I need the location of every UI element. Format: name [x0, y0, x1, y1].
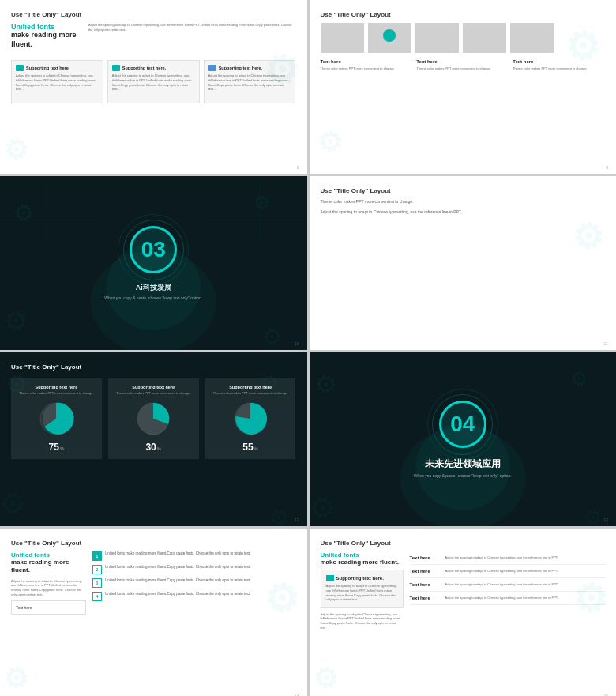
slide-2-img-1 [321, 23, 364, 53]
supp-icon [326, 575, 334, 581]
slide-4: ⚙ Use "Title Only" Layout Theme color ma… [310, 176, 617, 350]
text-row-4-label: Text here [410, 596, 441, 600]
slide-1-title-black: make reading more fluent. [11, 31, 82, 49]
card-3-body: Adjust the spacing to adapt to Chinese t… [208, 73, 291, 91]
svg-text:⚙: ⚙ [0, 483, 32, 524]
slide-2-img-4 [463, 23, 506, 53]
slide-1-card-2: Supporting text here. Adjust the spacing… [107, 60, 200, 103]
slide-8-left: Unified fonts make reading more fluent. … [321, 551, 404, 630]
card-1-title: Supporting text here. [26, 66, 69, 70]
slide-8-layout-label: Use "Title Only" Layout [321, 540, 606, 547]
text-row-1-body: Adjust the spacing to adapt to Chinese t… [445, 555, 558, 560]
slide-2-card-3: Text here Theme color makes PPT more con… [513, 59, 605, 71]
slide-2-page: 9 [606, 165, 608, 170]
svg-text:⚙: ⚙ [0, 302, 32, 339]
slide-1-layout-label: Use "Title Only" Layout [11, 11, 296, 18]
slide-2-img-3 [415, 23, 459, 53]
text-row-3: Text here Adjust the spacing to adapt to… [410, 578, 606, 592]
slide-8-title-rest: make reading more fluent. [321, 559, 404, 566]
slide-8-body: Unified fonts make reading more fluent. … [321, 551, 606, 630]
text-row-1-label: Text here [410, 555, 441, 560]
list-badge-3: 3 [92, 578, 102, 588]
slide-8: ⚙ ⚙ Use "Title Only" Layout Unified font… [310, 529, 617, 696]
slide-6-content: 04 未来先进领域应用 When you copy & paste, choos… [321, 363, 606, 515]
card-3-title: Supporting text here. [219, 66, 262, 70]
list-item-1: 1 Unified fonts make reading more fluent… [92, 551, 296, 561]
slide-5-page: 12 [295, 517, 299, 522]
slide-4-desc1: Theme color makes PPT more convenient to… [321, 199, 606, 205]
text-row-1: Text here Adjust the spacing to adapt to… [410, 551, 606, 565]
slide-4-layout-label: Use "Title Only" Layout [321, 187, 606, 194]
text-row-4: Text here Adjust the spacing to adapt to… [410, 592, 606, 605]
card-icon-3 [208, 65, 216, 71]
slide-6-circle: 04 [439, 401, 486, 448]
list-text-3: Unified fonts make reading more fluent.C… [105, 578, 251, 583]
slide-6: ⚙ ⚙ ⚙ ⚙ 04 未来先进领域应用 When you copy & past… [310, 352, 617, 526]
slide-4-desc2: Adjust the spacing to adapt to Chinese t… [321, 209, 606, 216]
slide-7-left: Unified fonts make reading more fluent. … [11, 551, 86, 615]
slide-1-page: 9 [297, 165, 299, 170]
slide-3-number: 03 [141, 237, 166, 262]
slide-1-title-teal: Unified fonts [11, 23, 82, 31]
text-row-2: Text here Adjust the spacing to adapt to… [410, 565, 606, 578]
slide-7-text-box: Text here [11, 600, 86, 615]
slide-1-card-3: Supporting text here. Adjust the spacing… [204, 60, 296, 103]
card-icon-2 [112, 65, 120, 71]
slide-1-card-1: Supporting text here. Adjust the spacing… [11, 60, 103, 103]
slide-7-list: 1 Unified fonts make reading more fluent… [92, 551, 296, 601]
slide-6-page: 13 [603, 517, 608, 522]
slide-8-supporting-box: Supporting text here. Adjust the spacing… [321, 570, 404, 607]
slide-1-cards: Supporting text here. Adjust the spacing… [11, 60, 296, 103]
svg-text:⚙: ⚙ [258, 322, 286, 350]
slide-8-supporting-body: Adjust the spacing to adapt to Chinese t… [326, 584, 398, 601]
list-badge-2: 2 [92, 565, 102, 574]
list-text-4: Unified fonts make reading more fluent.C… [105, 592, 251, 596]
slide-7-layout-label: Use "Title Only" Layout [11, 540, 296, 547]
slide-1: ⚙ ⚙ Use "Title Only" Layout Unified font… [0, 0, 307, 174]
card-icon-1 [16, 65, 24, 71]
card-2-title: Supporting text here. [122, 66, 166, 70]
svg-text:⚙: ⚙ [251, 190, 272, 215]
text-row-3-label: Text here [410, 582, 441, 587]
slide-2-img-2 [368, 23, 411, 53]
slide-2-text-cards: Text here Theme color makes PPT more con… [321, 59, 606, 71]
slide-7-right: 1 Unified fonts make reading more fluent… [92, 551, 296, 615]
slide-5: ⚙ ⚙ ⚙ ⚙ Use "Title Only" Layout Supporti… [0, 352, 307, 526]
slide-7: ⚙ ⚙ Use "Title Only" Layout Unified font… [0, 529, 307, 696]
svg-text:⚙: ⚙ [2, 368, 31, 401]
slide-7-title-rest: make reading more fluent. [11, 559, 86, 575]
list-text-1: Unified fonts make reading more fluent.C… [105, 551, 251, 556]
list-item-4: 4 Unified fonts make reading more fluent… [92, 592, 296, 601]
slide-6-number: 04 [450, 412, 475, 437]
slide-3: ⚙ ⚙ ⚙ ⚙ 03 Ai科技发展 When you copy & paste,… [0, 176, 307, 350]
slide-3-page: 10 [295, 341, 299, 346]
text-row-2-body: Adjust the spacing to adapt to Chinese t… [445, 569, 558, 574]
slide-4-page: 11 [603, 341, 608, 346]
svg-text:⚙: ⚙ [259, 371, 280, 395]
slide-8-supporting-title: Supporting text here. [326, 575, 398, 581]
slide-1-desc: Adjust the spacing to adapt to Chinese t… [88, 23, 296, 54]
text-row-4-body: Adjust the spacing to adapt to Chinese t… [445, 596, 558, 600]
slide-2-teal-circle [383, 29, 396, 42]
list-text-2: Unified fonts make reading more fluent.C… [105, 565, 251, 570]
svg-text:⚙: ⚙ [266, 502, 291, 526]
text-row-2-label: Text here [410, 569, 441, 574]
list-badge-4: 4 [92, 592, 102, 601]
card-2-body: Adjust the spacing to adapt to Chinese t… [112, 73, 195, 91]
slide-8-left-desc: Adjust the spacing to adapt to Chinese t… [321, 612, 404, 630]
list-item-2: 2 Unified fonts make reading more fluent… [92, 565, 296, 574]
slide-8-right: Text here Adjust the spacing to adapt to… [410, 551, 606, 630]
slide-7-left-desc: Adjust the spacing to adapt to Chinese t… [11, 579, 86, 596]
slide-3-circle: 03 [130, 226, 177, 273]
slide-2-layout-label: Use "Title Only" Layout [321, 11, 606, 18]
slide-8-title-teal: Unified fonts [321, 551, 404, 559]
slide-grid: ⚙ ⚙ Use "Title Only" Layout Unified font… [0, 0, 616, 696]
slide-2-card-2: Text here Theme color makes PPT more con… [416, 59, 509, 71]
slide-6-subtitle: When you copy & paste, choose "keep text… [414, 473, 512, 478]
card-1-body: Adjust the spacing to adapt to Chinese t… [16, 73, 99, 91]
slide-2-img-5 [510, 23, 554, 53]
slide-7-body: Unified fonts make reading more fluent. … [11, 551, 296, 615]
list-badge-1: 1 [92, 551, 102, 561]
slide-5-bg: ⚙ ⚙ ⚙ ⚙ [0, 352, 307, 526]
svg-text:⚙: ⚙ [10, 198, 38, 228]
